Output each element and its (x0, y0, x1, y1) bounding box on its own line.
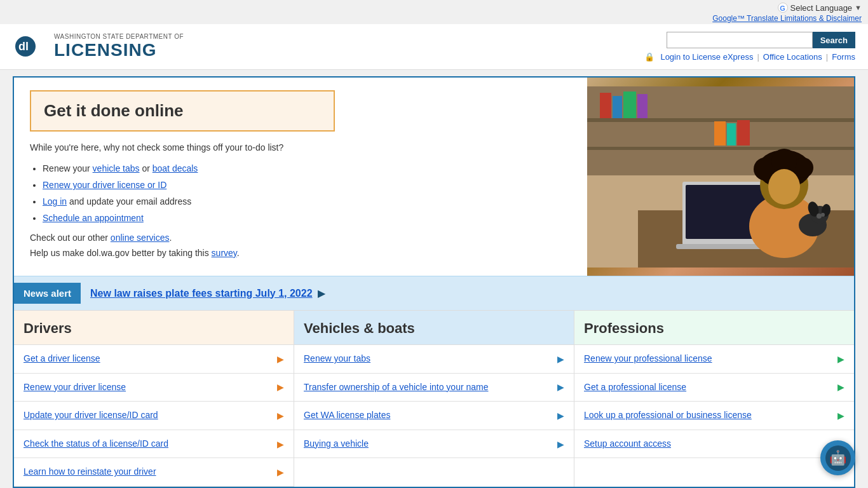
log-in-link[interactable]: Log in (43, 196, 67, 207)
buying-vehicle-item[interactable]: Buying a vehicle ▶ (294, 430, 574, 459)
vehicles-arrow-2: ▶ (557, 382, 564, 392)
hero-title: Get it done online (44, 101, 321, 121)
get-driver-license-link[interactable]: Get a driver license (24, 353, 272, 365)
header-right: Search 🔒 Login to License eXpress | Offi… (644, 32, 855, 62)
boat-decals-link[interactable]: boat decals (153, 163, 198, 173)
svg-rect-11 (727, 123, 736, 146)
wa-license-plates-item[interactable]: Get WA license plates ▶ (294, 402, 574, 430)
search-form: Search (667, 32, 855, 48)
reinstate-driver-link[interactable]: Learn how to reinstate your driver (24, 466, 272, 478)
svg-rect-10 (714, 121, 726, 146)
hero-image (587, 78, 854, 276)
translate-row: G Select Language ▼ (6, 3, 862, 13)
check-license-status-link[interactable]: Check the status of a license/ID card (24, 438, 272, 451)
renew-professional-license-link[interactable]: Renew your professional license (584, 353, 832, 365)
svg-rect-6 (600, 93, 611, 118)
transfer-ownership-item[interactable]: Transfer ownership of a vehicle into you… (294, 374, 574, 402)
professions-arrow-1: ▶ (837, 354, 844, 364)
google-icon: G (778, 3, 788, 13)
svg-point-29 (821, 213, 825, 217)
professions-arrow-2: ▶ (837, 382, 844, 392)
translate-disclaimer-link[interactable]: Google™ Translate Limitations & Disclaim… (6, 14, 862, 23)
wa-license-plates-link[interactable]: Get WA license plates (304, 409, 552, 422)
logo-text-block: WASHINGTON STATE DEPARTMENT OF LICENSING (54, 33, 184, 60)
search-input[interactable] (667, 32, 813, 48)
svg-rect-7 (613, 96, 622, 118)
list-item-4: Schedule an appointment (43, 212, 571, 225)
svg-rect-9 (637, 94, 648, 118)
get-professional-license-link[interactable]: Get a professional license (584, 381, 832, 394)
vehicle-tabs-link[interactable]: vehicle tabs (93, 163, 140, 173)
reinstate-driver-item[interactable]: Learn how to reinstate your driver ▶ (14, 458, 294, 487)
header: dl WASHINGTON STATE DEPARTMENT OF LICENS… (0, 24, 868, 70)
lookup-professional-license-item[interactable]: Look up a professional or business licen… (574, 402, 854, 430)
drivers-arrow-1: ▶ (277, 354, 284, 364)
drivers-column-header: Drivers (14, 311, 294, 345)
news-alert-link[interactable]: New law raises plate fees starting July … (90, 288, 313, 299)
schedule-appointment-link[interactable]: Schedule an appointment (43, 213, 144, 223)
online-services-link[interactable]: online services (111, 233, 170, 243)
survey-link[interactable]: survey (212, 248, 237, 258)
professions-column-header: Professions (574, 311, 854, 345)
svg-point-28 (817, 214, 822, 219)
main-content: Get it done online While you're here, wh… (13, 76, 855, 488)
forms-link[interactable]: Forms (832, 52, 855, 62)
list-item-2: Renew your driver license or ID (43, 179, 571, 192)
dol-logo-svg: dl (13, 29, 48, 64)
setup-account-access-link[interactable]: Setup account access (584, 438, 832, 451)
news-alert-label: News alert (14, 283, 81, 304)
chatbot-button[interactable]: 🤖 (820, 440, 855, 475)
search-button[interactable]: Search (813, 32, 855, 48)
lock-icon: 🔒 (644, 52, 654, 62)
select-language-label: Select Language (790, 3, 853, 13)
svg-rect-8 (623, 92, 636, 118)
hero-list: Renew your vehicle tabs or boat decals R… (43, 162, 571, 225)
hero-box: Get it done online (30, 90, 335, 132)
professions-column: Professions Renew your professional lice… (574, 311, 854, 487)
hero-photo (587, 78, 854, 276)
drivers-arrow-3: ▶ (277, 410, 284, 421)
transfer-ownership-link[interactable]: Transfer ownership of a vehicle into you… (304, 381, 552, 394)
select-language-button[interactable]: G Select Language ▼ (778, 3, 862, 13)
setup-account-access-item[interactable]: Setup account access ▶ (574, 430, 854, 459)
renew-driver-license-link[interactable]: Renew your driver license or ID (43, 180, 166, 190)
news-alert-bar: News alert New law raises plate fees sta… (14, 276, 854, 310)
get-professional-license-item[interactable]: Get a professional license ▶ (574, 374, 854, 402)
renew-professional-license-item[interactable]: Renew your professional license ▶ (574, 345, 854, 374)
logo-main-text: LICENSING (54, 40, 184, 60)
header-links: 🔒 Login to License eXpress | Office Loca… (644, 52, 855, 62)
svg-rect-12 (737, 120, 750, 146)
buying-vehicle-link[interactable]: Buying a vehicle (304, 438, 552, 451)
login-link[interactable]: Login to License eXpress (660, 52, 753, 62)
logo-area: dl WASHINGTON STATE DEPARTMENT OF LICENS… (13, 29, 184, 64)
separator1: | (757, 52, 759, 62)
separator2: | (826, 52, 828, 62)
logo-icon: dl (13, 29, 48, 64)
hero-extra-2: Help us make dol.wa.gov better by taking… (30, 248, 571, 258)
vehicles-arrow-3: ▶ (557, 410, 564, 421)
chatbot-icon: 🤖 (825, 445, 851, 471)
get-driver-license-item[interactable]: Get a driver license ▶ (14, 345, 294, 374)
hero-description: While you're here, why not check some th… (30, 141, 322, 154)
drivers-arrow-2: ▶ (277, 382, 284, 392)
list-item-3: Log in and update your email address (43, 195, 571, 208)
office-locations-link[interactable]: Office Locations (763, 52, 822, 62)
vehicles-arrow-1: ▶ (557, 354, 564, 364)
update-driver-license-item[interactable]: Update your driver license/ID card ▶ (14, 402, 294, 430)
drivers-column: Drivers Get a driver license ▶ Renew you… (14, 311, 294, 487)
lookup-professional-license-link[interactable]: Look up a professional or business licen… (584, 409, 832, 422)
top-bar: G Select Language ▼ Google™ Translate Li… (0, 0, 868, 24)
news-alert-arrow: ▶ (318, 287, 325, 299)
list-item-1: Renew your vehicle tabs or boat decals (43, 162, 571, 175)
renew-driver-license-item[interactable]: Renew your driver license ▶ (14, 374, 294, 402)
update-driver-license-link[interactable]: Update your driver license/ID card (24, 409, 272, 422)
renew-driver-license-link2[interactable]: Renew your driver license (24, 381, 272, 394)
renew-tabs-link[interactable]: Renew your tabs (304, 353, 552, 365)
drivers-arrow-5: ▶ (277, 467, 284, 477)
vehicles-arrow-4: ▶ (557, 439, 564, 449)
logo-top-text: WASHINGTON STATE DEPARTMENT OF (54, 33, 184, 40)
check-license-status-item[interactable]: Check the status of a license/ID card ▶ (14, 430, 294, 459)
svg-text:dl: dl (18, 40, 29, 53)
hero-extra-1: Check out our other online services. (30, 233, 571, 243)
renew-tabs-item[interactable]: Renew your tabs ▶ (294, 345, 574, 374)
